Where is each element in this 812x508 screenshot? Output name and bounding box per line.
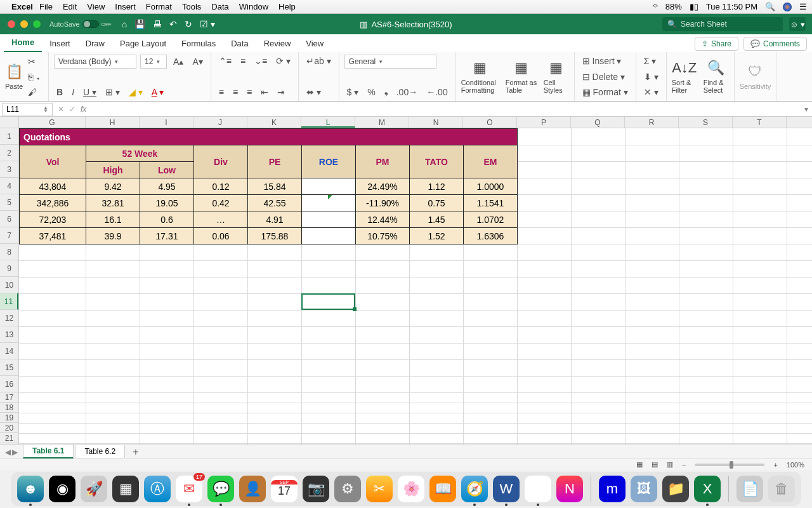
redo-icon[interactable]: ↻ — [185, 19, 192, 29]
menu-format[interactable]: Format — [146, 2, 172, 11]
dock-excel[interactable]: X — [694, 476, 721, 502]
expand-formula-bar-icon[interactable]: ▾ — [801, 105, 812, 114]
paste-button[interactable]: 📋 Paste — [5, 64, 23, 90]
tab-view[interactable]: View — [298, 35, 331, 52]
zoom-level[interactable]: 100% — [787, 461, 804, 469]
increase-indent-icon[interactable]: ⇥ — [275, 86, 287, 98]
row-header[interactable]: 12 — [0, 310, 18, 326]
sensitivity-button[interactable]: 🛡Sensitivity — [740, 64, 771, 90]
format-painter-icon[interactable]: 🖌 — [25, 86, 43, 98]
clock[interactable]: Tue 11:50 PM — [706, 2, 757, 11]
comma-format-icon[interactable]: ❟ — [382, 85, 390, 98]
row-header[interactable]: 19 — [0, 413, 18, 423]
maximize-window-button[interactable] — [33, 20, 41, 28]
dock-safari[interactable]: 🧭 — [461, 476, 488, 502]
table-row[interactable]: 72,20316.10.6…4.9112.44%1.451.0702 — [20, 211, 518, 228]
formula-input[interactable] — [91, 102, 801, 116]
touch-mode-icon[interactable]: ☑ ▾ — [200, 19, 215, 29]
cell-low[interactable]: 0.6 — [140, 211, 194, 228]
fill-color-button[interactable]: ◢ ▾ — [126, 86, 145, 98]
format-as-table-button[interactable]: ▦Format as Table — [506, 60, 537, 94]
align-top-icon[interactable]: ⌃≡ — [216, 55, 234, 67]
grid-cells[interactable]: Quotations Vol 52 Week Div PE ROE PM TAT… — [19, 128, 812, 444]
cell-roe[interactable] — [302, 228, 356, 244]
zoom-slider[interactable] — [695, 464, 764, 466]
increase-font-icon[interactable]: A▴ — [171, 55, 186, 68]
dock-finder[interactable]: ☻ — [17, 476, 44, 502]
feedback-smile-button[interactable]: ☺ ▾ — [789, 17, 806, 31]
row-header[interactable]: 8 — [0, 244, 18, 260]
cell-pm[interactable]: -11.90% — [356, 195, 410, 211]
accounting-format-icon[interactable]: $ ▾ — [344, 86, 362, 98]
th-vol[interactable]: Vol — [20, 145, 86, 178]
dock-siri[interactable]: ◉ — [49, 476, 75, 502]
view-normal-icon[interactable]: ▦ — [636, 460, 643, 469]
cell-vol[interactable]: 43,804 — [20, 178, 86, 195]
cell-div[interactable]: 0.06 — [194, 228, 248, 244]
cancel-formula-icon[interactable]: ✕ — [58, 105, 64, 114]
close-window-button[interactable] — [8, 20, 15, 28]
autosave-toggle[interactable]: AutoSave OFF — [49, 20, 112, 28]
col-header[interactable]: O — [463, 117, 517, 128]
row-header[interactable]: 13 — [0, 326, 18, 343]
tab-home[interactable]: Home — [4, 34, 42, 52]
cell-low[interactable]: 4.95 — [140, 178, 194, 195]
delete-cells-button[interactable]: ⊟ Delete ▾ — [580, 70, 631, 83]
conditional-formatting-button[interactable]: ▦Conditional Formatting — [461, 60, 499, 94]
tab-page-layout[interactable]: Page Layout — [112, 35, 174, 52]
row-header[interactable]: 14 — [0, 343, 18, 359]
dock-mail[interactable]: ✉17 — [176, 476, 202, 502]
col-header[interactable]: G — [19, 117, 86, 128]
font-name-select[interactable]: Verdana (Body)▾ — [54, 55, 136, 69]
cell-div[interactable]: 0.12 — [194, 178, 248, 195]
tab-insert[interactable]: Insert — [42, 35, 78, 52]
cell-low[interactable]: 17.31 — [140, 228, 194, 244]
cell-pe[interactable]: 4.91 — [248, 211, 302, 228]
wifi-icon[interactable]: ⌔ — [653, 2, 658, 11]
cell-tato[interactable]: 1.52 — [410, 228, 464, 244]
menu-file[interactable]: File — [39, 2, 53, 11]
print-icon[interactable]: 🖶 — [153, 19, 162, 29]
row-header[interactable]: 1 — [0, 128, 18, 145]
clear-icon[interactable]: ✕ ▾ — [641, 86, 661, 98]
col-header[interactable]: K — [247, 117, 301, 128]
cell-pe[interactable]: 15.84 — [248, 178, 302, 195]
cell-styles-button[interactable]: ▦Cell Styles — [544, 60, 569, 94]
th-high[interactable]: High — [86, 162, 140, 178]
dock-contacts[interactable]: 👤 — [239, 476, 266, 502]
minimize-window-button[interactable] — [20, 20, 28, 28]
table-row[interactable]: 342,88632.8119.050.4242.55-11.90%0.751.1… — [20, 195, 518, 211]
row-header[interactable]: 18 — [0, 403, 18, 413]
cell-pe[interactable]: 42.55 — [248, 195, 302, 211]
cell-vol[interactable]: 342,886 — [20, 195, 86, 211]
th-pe[interactable]: PE — [248, 145, 302, 178]
underline-button[interactable]: U ▾ — [81, 86, 99, 98]
dock-photobooth[interactable]: 📷 — [303, 476, 329, 502]
row-header[interactable]: 4 — [0, 178, 18, 194]
th-div[interactable]: Div — [194, 145, 248, 178]
cell-tato[interactable]: 1.45 — [410, 211, 464, 228]
table-row[interactable]: 43,8049.424.950.1215.8424.49%1.121.0000 — [20, 178, 518, 195]
dock-folder[interactable]: 📁 — [662, 476, 689, 502]
find-select-button[interactable]: 🔍Find & Select — [704, 60, 729, 94]
cell-low[interactable]: 19.05 — [140, 195, 194, 211]
add-sheet-button[interactable]: + — [126, 446, 145, 458]
col-header[interactable]: H — [86, 117, 140, 128]
bold-button[interactable]: B — [54, 86, 65, 98]
row-header[interactable]: 7 — [0, 227, 18, 244]
row-header[interactable]: 11 — [0, 293, 18, 310]
italic-button[interactable]: I — [69, 86, 77, 98]
cell-div[interactable]: … — [194, 211, 248, 228]
cell-em[interactable]: 1.0000 — [464, 178, 518, 195]
cell-vol[interactable]: 37,481 — [20, 228, 86, 244]
spotlight-icon[interactable]: 🔍 — [765, 2, 775, 11]
tab-formulas[interactable]: Formulas — [174, 35, 223, 52]
tab-data[interactable]: Data — [223, 35, 256, 52]
menu-data[interactable]: Data — [211, 2, 228, 11]
cut-icon[interactable]: ✂ — [25, 55, 43, 68]
dock-app-m[interactable]: m — [599, 476, 625, 502]
spreadsheet-grid[interactable]: 123456789101112131415161718192021 Quotat… — [0, 128, 812, 444]
col-header[interactable]: T — [733, 117, 787, 128]
cell-tato[interactable]: 1.12 — [410, 178, 464, 195]
format-cells-button[interactable]: ▦ Format ▾ — [580, 86, 631, 98]
